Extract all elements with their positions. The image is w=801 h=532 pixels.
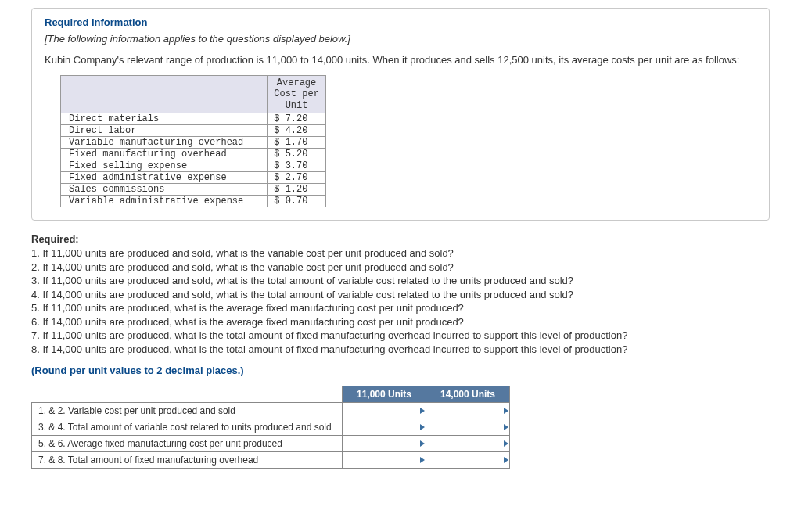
- cost-row-label: Variable manufacturing overhead: [61, 137, 268, 149]
- question-item: 8. If 14,000 units are produced, what is…: [31, 343, 770, 357]
- cost-row-label: Direct labor: [61, 125, 268, 137]
- intro-text: Kubin Company's relevant range of produc…: [45, 54, 756, 66]
- required-label: Required:: [31, 233, 770, 245]
- cost-row-label: Fixed manufacturing overhead: [61, 149, 268, 160]
- question-item: 3. If 11,000 units are produced and sold…: [31, 274, 770, 288]
- answer-input-1[interactable]: [343, 402, 426, 419]
- question-list: 1. If 11,000 units are produced and sold…: [31, 246, 770, 356]
- question-item: 5. If 11,000 units are produced, what is…: [31, 301, 770, 315]
- question-item: 1. If 11,000 units are produced and sold…: [31, 246, 770, 261]
- answer-col-11000: 11,000 Units: [343, 386, 426, 402]
- answer-input-3[interactable]: [343, 419, 426, 435]
- cost-row-label: Fixed administrative expense: [61, 172, 268, 184]
- question-item: 4. If 14,000 units are produced and sold…: [31, 288, 770, 302]
- answer-input-5[interactable]: [343, 435, 426, 451]
- required-info-title: Required information: [45, 16, 756, 28]
- cost-row-value: $ 4.20: [268, 125, 326, 137]
- answer-col-14000: 14,000 Units: [426, 386, 510, 402]
- question-item: 6. If 14,000 units are produced, what is…: [31, 315, 770, 329]
- answer-row-label: 5. & 6. Average fixed manufacturing cost…: [32, 435, 343, 451]
- cost-row-label: Sales commissions: [61, 184, 268, 196]
- cost-row-value: $ 7.20: [268, 113, 326, 125]
- cost-row-value: $ 2.70: [268, 172, 326, 184]
- answer-input-7[interactable]: [343, 451, 426, 468]
- cost-per-unit-table: Average Cost per Unit Direct materials$ …: [60, 75, 326, 207]
- cost-row-value: $ 1.70: [268, 137, 326, 149]
- applies-note: [The following information applies to th…: [45, 33, 756, 45]
- answer-row-label: 3. & 4. Total amount of variable cost re…: [32, 419, 343, 435]
- required-information-box: Required information [The following info…: [31, 8, 770, 221]
- cost-table-spacer: [61, 76, 268, 113]
- cost-table-header: Average Cost per Unit: [268, 76, 326, 113]
- question-item: 7. If 11,000 units are produced, what is…: [31, 329, 770, 343]
- cost-row-value: $ 5.20: [268, 149, 326, 160]
- answer-row-label: 7. & 8. Total amount of fixed manufactur…: [32, 451, 343, 468]
- cost-row-value: $ 0.70: [268, 196, 326, 207]
- answer-table-spacer: [32, 386, 343, 402]
- cost-row-label: Direct materials: [61, 113, 268, 125]
- cost-row-value: $ 1.20: [268, 184, 326, 196]
- answer-input-8[interactable]: [426, 451, 510, 468]
- answer-input-6[interactable]: [426, 435, 510, 451]
- answer-table: 11,000 Units 14,000 Units 1. & 2. Variab…: [31, 386, 510, 469]
- answer-input-4[interactable]: [426, 419, 510, 435]
- cost-row-value: $ 3.70: [268, 160, 326, 172]
- cost-row-label: Fixed selling expense: [61, 160, 268, 172]
- round-note: (Round per unit values to 2 decimal plac…: [31, 365, 770, 376]
- answer-row-label: 1. & 2. Variable cost per unit produced …: [32, 402, 343, 419]
- cost-row-label: Variable administrative expense: [61, 196, 268, 207]
- answer-input-2[interactable]: [426, 402, 510, 419]
- question-item: 2. If 14,000 units are produced and sold…: [31, 261, 770, 275]
